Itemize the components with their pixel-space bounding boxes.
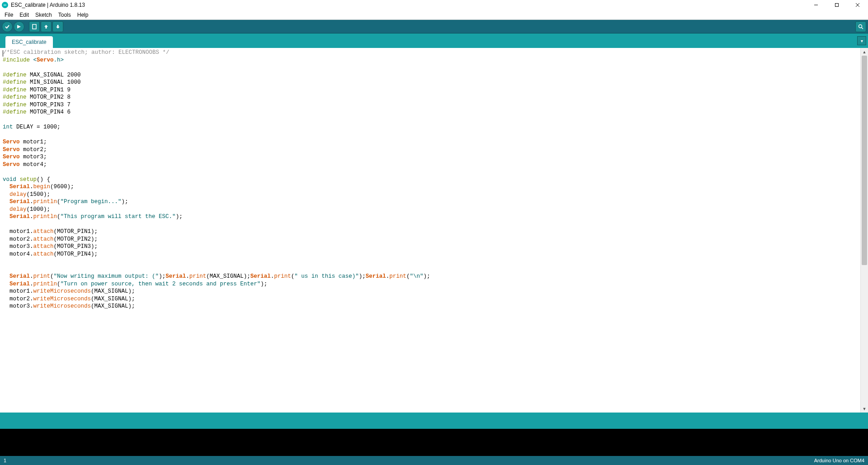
- code-line: motor2.writeMicroseconds(MAX_SIGNAL);: [3, 295, 858, 303]
- serial-monitor-button[interactable]: [855, 21, 866, 32]
- verify-button[interactable]: [2, 21, 13, 32]
- code-line: [3, 258, 858, 266]
- code-line: #include <Servo.h>: [3, 57, 858, 64]
- sketch-tab-label: ESC_calibrate: [12, 39, 47, 45]
- maximize-button[interactable]: [826, 0, 847, 10]
- code-line: Servo motor3;: [3, 153, 858, 161]
- code-line: Servo motor1;: [3, 138, 858, 146]
- code-line: motor1.writeMicroseconds(MAX_SIGNAL);: [3, 288, 858, 295]
- code-line: #define MOTOR_PIN1 9: [3, 86, 858, 94]
- code-line: motor4.attach(MOTOR_PIN4);: [3, 251, 858, 258]
- code-line: Serial.println("Turn on power source, th…: [3, 280, 858, 288]
- code-line: #define MIN_SIGNAL 1000: [3, 79, 858, 86]
- code-line: Servo motor4;: [3, 161, 858, 169]
- console-output[interactable]: [0, 429, 868, 456]
- code-line: Serial.print("Now writing maximum output…: [3, 273, 858, 280]
- scrollbar-track[interactable]: [861, 56, 868, 405]
- code-editor[interactable]: /*ESC calibration sketch; author: ELECTR…: [0, 48, 860, 413]
- code-line: motor3.attach(MOTOR_PIN3);: [3, 243, 858, 251]
- menu-sketch[interactable]: Sketch: [33, 11, 55, 19]
- arduino-app-icon: [2, 2, 8, 8]
- code-line: [3, 64, 858, 71]
- code-line: delay(1000);: [3, 206, 858, 214]
- sketch-tab[interactable]: ESC_calibrate: [5, 36, 53, 48]
- text-caret: [3, 50, 3, 57]
- window-title: ESC_calibrate | Arduino 1.8.13: [11, 2, 85, 8]
- code-line: #define MOTOR_PIN2 8: [3, 94, 858, 101]
- upload-button[interactable]: [14, 21, 24, 32]
- menu-edit[interactable]: Edit: [17, 11, 32, 19]
- scrollbar-thumb[interactable]: [862, 56, 867, 265]
- code-line: [3, 168, 858, 176]
- code-line: Serial.println("This program will start …: [3, 213, 858, 221]
- svg-rect-5: [33, 24, 36, 29]
- menu-help[interactable]: Help: [75, 11, 91, 19]
- svg-marker-7: [56, 25, 60, 28]
- tab-bar: ESC_calibrate ▾: [0, 33, 868, 48]
- menu-file[interactable]: File: [2, 11, 16, 19]
- chevron-down-icon: ▾: [861, 38, 863, 43]
- toolbar: [0, 20, 868, 33]
- open-sketch-button[interactable]: [41, 21, 52, 32]
- code-line: [3, 266, 858, 273]
- code-line: #define MOTOR_PIN4 6: [3, 109, 858, 116]
- svg-rect-1: [835, 4, 839, 7]
- code-line: delay(1500);: [3, 191, 858, 199]
- close-button[interactable]: [847, 0, 868, 10]
- code-line: [3, 131, 858, 139]
- code-line: [3, 116, 858, 124]
- svg-marker-6: [44, 25, 48, 28]
- save-sketch-button[interactable]: [52, 21, 63, 32]
- code-line: Serial.println("Program begin...");: [3, 198, 858, 206]
- board-port-label: Arduino Uno on COM4: [814, 458, 864, 463]
- minimize-button[interactable]: [806, 0, 826, 10]
- tab-menu-button[interactable]: ▾: [857, 36, 866, 45]
- cursor-line-number: 1: [4, 458, 6, 463]
- scroll-up-arrow-icon[interactable]: ▲: [861, 48, 868, 56]
- code-line: #define MAX_SIGNAL 2000: [3, 71, 858, 79]
- window-controls: [806, 0, 868, 10]
- new-sketch-button[interactable]: [29, 21, 40, 32]
- svg-marker-4: [17, 25, 21, 28]
- code-line: Servo motor2;: [3, 146, 858, 154]
- window-titlebar: ESC_calibrate | Arduino 1.8.13: [0, 0, 868, 10]
- code-line: motor2.attach(MOTOR_PIN2);: [3, 236, 858, 243]
- code-line: int DELAY = 1000;: [3, 123, 858, 131]
- code-line: /*ESC calibration sketch; author: ELECTR…: [3, 49, 858, 57]
- code-line: [3, 221, 858, 228]
- editor-area: /*ESC calibration sketch; author: ELECTR…: [0, 48, 868, 413]
- code-line: void setup() {: [3, 176, 858, 184]
- svg-line-9: [862, 28, 863, 29]
- menu-tools[interactable]: Tools: [56, 11, 74, 19]
- svg-point-8: [859, 24, 862, 28]
- code-line: motor3.writeMicroseconds(MAX_SIGNAL);: [3, 303, 858, 310]
- menu-bar: File Edit Sketch Tools Help: [0, 10, 868, 20]
- vertical-scrollbar[interactable]: ▲ ▼: [860, 48, 868, 413]
- code-line: Serial.begin(9600);: [3, 183, 858, 191]
- code-line: motor1.attach(MOTOR_PIN1);: [3, 228, 858, 236]
- code-line: #define MOTOR_PIN3 7: [3, 101, 858, 109]
- footer-bar: 1 Arduino Uno on COM4: [0, 456, 868, 465]
- status-strip: [0, 413, 868, 429]
- scroll-down-arrow-icon[interactable]: ▼: [861, 405, 868, 413]
